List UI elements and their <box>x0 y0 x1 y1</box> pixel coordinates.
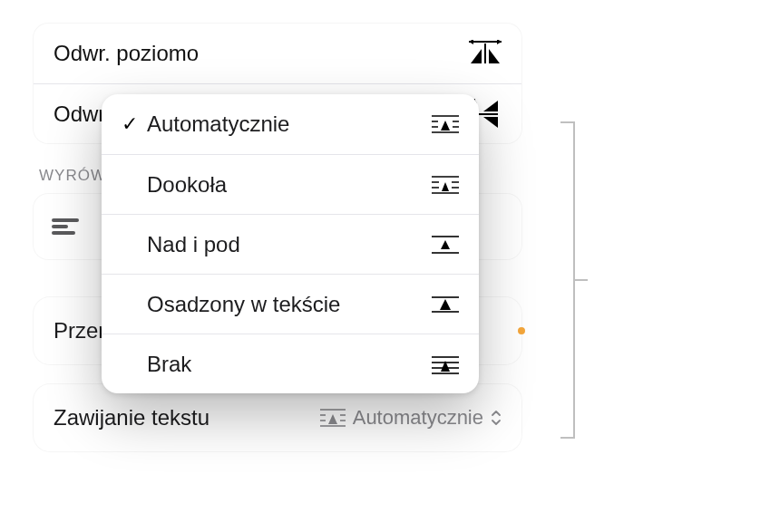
wrap-around-icon <box>430 175 461 195</box>
toggle-indicator-icon <box>518 327 525 334</box>
svg-marker-38 <box>440 299 451 310</box>
text-wrap-popup: ✓ Automatycznie Dookoła <box>102 94 479 393</box>
menu-item-label: Dookoła <box>143 172 430 198</box>
menu-item-dookola[interactable]: Dookoła <box>102 154 479 214</box>
text-wrap-picker[interactable]: Automatycznie <box>320 406 502 430</box>
svg-rect-0 <box>484 44 486 63</box>
chevrons-icon <box>491 410 502 426</box>
text-wrap-value: Automatycznie <box>353 406 483 430</box>
svg-marker-1 <box>471 49 482 63</box>
align-left-icon <box>52 216 79 237</box>
svg-marker-25 <box>441 121 450 131</box>
wrap-none-icon <box>430 354 461 374</box>
menu-item-label: Osadzony w tekście <box>143 292 430 317</box>
svg-marker-32 <box>442 182 449 191</box>
align-left-button[interactable] <box>52 205 102 248</box>
svg-marker-35 <box>441 240 450 249</box>
flip-horizontal-icon <box>469 40 502 67</box>
svg-marker-7 <box>483 101 498 111</box>
wrap-auto-icon <box>430 114 461 134</box>
check-icon: ✓ <box>116 112 143 136</box>
menu-item-label: Brak <box>143 352 430 377</box>
svg-marker-18 <box>328 414 337 424</box>
svg-marker-8 <box>483 117 498 128</box>
menu-item-nad-i-pod[interactable]: Nad i pod <box>102 214 479 274</box>
menu-item-automatycznie[interactable]: ✓ Automatycznie <box>102 94 479 154</box>
wrap-inline-icon <box>430 295 461 314</box>
wrap-above-below-icon <box>430 235 461 255</box>
menu-item-brak[interactable]: Brak <box>102 334 479 393</box>
text-wrap-row[interactable]: Zawijanie tekstu Automatycznie <box>34 384 521 451</box>
wrap-auto-icon <box>320 408 346 428</box>
svg-marker-2 <box>489 49 500 63</box>
svg-rect-6 <box>478 113 498 115</box>
menu-item-label: Nad i pod <box>143 232 430 257</box>
menu-item-osadzony[interactable]: Osadzony w tekście <box>102 274 479 334</box>
menu-item-label: Automatycznie <box>143 111 430 137</box>
flip-horizontal-label: Odwr. poziomo <box>54 41 199 66</box>
text-wrap-label: Zawijanie tekstu <box>54 405 209 430</box>
flip-horizontal-row[interactable]: Odwr. poziomo <box>34 24 521 83</box>
callout-bracket <box>560 121 588 439</box>
